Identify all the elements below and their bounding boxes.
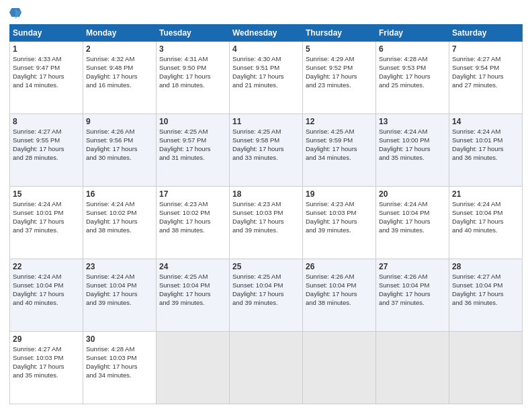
day-info-line: and 38 minutes. [306, 299, 373, 308]
col-monday: Monday [83, 25, 157, 42]
day-number: 4 [232, 44, 300, 54]
day-info-line: Sunrise: 4:23 AM [232, 200, 300, 209]
day-info-line: and 35 minutes. [379, 154, 446, 163]
day-info-line: Sunrise: 4:25 AM [159, 128, 226, 136]
day-info-line: Sunset: 9:55 PM [13, 136, 80, 145]
day-info-line: Sunset: 10:04 PM [379, 281, 446, 290]
day-info-line: Daylight: 17 hours [379, 73, 446, 81]
table-cell: 26Sunrise: 4:26 AMSunset: 10:04 PMDaylig… [303, 259, 376, 332]
calendar-header-row: Sunday Monday Tuesday Wednesday Thursday… [10, 25, 523, 42]
day-number: 18 [232, 189, 300, 199]
day-info-line: Sunrise: 4:32 AM [86, 55, 153, 64]
col-tuesday: Tuesday [157, 25, 230, 42]
day-number: 28 [452, 261, 519, 272]
day-info-line: Daylight: 17 hours [306, 145, 373, 154]
day-info-line: and 36 minutes. [452, 299, 519, 308]
day-info-line: Sunset: 9:51 PM [232, 64, 300, 73]
day-number: 5 [306, 44, 373, 54]
table-cell: 25Sunrise: 4:25 AMSunset: 10:04 PMDaylig… [230, 259, 303, 332]
day-info-line: and 33 minutes. [232, 154, 300, 163]
day-info-line: Daylight: 17 hours [13, 145, 80, 154]
day-info-line: Sunset: 10:00 PM [379, 136, 446, 145]
day-info-line: and 36 minutes. [452, 154, 519, 163]
day-info-line: Sunset: 9:59 PM [306, 136, 373, 145]
day-number: 24 [159, 261, 226, 272]
day-number: 2 [86, 44, 153, 54]
day-info-line: Sunset: 10:04 PM [452, 209, 519, 218]
table-cell: 27Sunrise: 4:26 AMSunset: 10:04 PMDaylig… [376, 259, 449, 332]
day-info-line: Daylight: 17 hours [232, 73, 300, 81]
day-number: 8 [13, 116, 80, 127]
day-info-line: and 38 minutes. [86, 226, 153, 235]
day-number: 16 [86, 189, 153, 199]
day-info-line: Sunset: 10:04 PM [13, 281, 80, 290]
day-number: 12 [306, 116, 373, 127]
day-info-line: Sunrise: 4:23 AM [159, 200, 226, 209]
day-number: 9 [86, 116, 153, 127]
day-number: 26 [306, 261, 373, 272]
col-friday: Friday [376, 25, 449, 42]
day-info-line: Daylight: 17 hours [86, 363, 153, 371]
table-cell: 22Sunrise: 4:24 AMSunset: 10:04 PMDaylig… [10, 259, 83, 332]
day-info-line: Daylight: 17 hours [306, 218, 373, 226]
day-info-line: Sunrise: 4:25 AM [232, 128, 300, 136]
day-info-line: Daylight: 17 hours [306, 290, 373, 299]
table-cell: 30Sunrise: 4:28 AMSunset: 10:03 PMDaylig… [83, 332, 157, 404]
day-info-line: Sunrise: 4:28 AM [86, 345, 153, 354]
day-info-line: Sunset: 9:53 PM [379, 64, 446, 73]
day-info-line: Sunrise: 4:24 AM [379, 200, 446, 209]
day-info-line: and 39 minutes. [306, 226, 373, 235]
day-info-line: Sunrise: 4:24 AM [13, 273, 80, 281]
day-info-line: Sunrise: 4:31 AM [159, 55, 226, 64]
table-cell: 4Sunrise: 4:30 AMSunset: 9:51 PMDaylight… [230, 42, 303, 114]
day-info-line: Sunset: 9:50 PM [159, 64, 226, 73]
day-number: 7 [452, 44, 519, 54]
day-info-line: Sunrise: 4:26 AM [306, 273, 373, 281]
day-info-line: Sunrise: 4:23 AM [306, 200, 373, 209]
day-number: 17 [159, 189, 226, 199]
day-info-line: and 37 minutes. [379, 299, 446, 308]
day-info-line: and 16 minutes. [86, 81, 153, 90]
table-cell: 18Sunrise: 4:23 AMSunset: 10:03 PMDaylig… [230, 187, 303, 259]
day-info-line: and 28 minutes. [13, 154, 80, 163]
day-info-line: Sunset: 10:03 PM [13, 354, 80, 363]
table-cell: 3Sunrise: 4:31 AMSunset: 9:50 PMDaylight… [157, 42, 230, 114]
day-info-line: Daylight: 17 hours [452, 73, 519, 81]
day-info-line: Sunrise: 4:27 AM [452, 273, 519, 281]
day-number: 30 [86, 334, 153, 345]
day-info-line: Sunset: 9:56 PM [86, 136, 153, 145]
day-info-line: Sunset: 9:52 PM [306, 64, 373, 73]
page: Sunday Monday Tuesday Wednesday Thursday… [0, 0, 532, 411]
day-number: 1 [13, 44, 80, 54]
day-number: 3 [159, 44, 226, 54]
day-info-line: Daylight: 17 hours [159, 218, 226, 226]
day-info-line: Daylight: 17 hours [452, 218, 519, 226]
day-info-line: Daylight: 17 hours [452, 145, 519, 154]
table-cell: 1Sunrise: 4:33 AMSunset: 9:47 PMDaylight… [10, 42, 83, 114]
day-info-line: Sunrise: 4:25 AM [232, 273, 300, 281]
logo-icon [9, 7, 21, 21]
col-thursday: Thursday [303, 25, 376, 42]
day-info-line: Sunset: 10:03 PM [86, 354, 153, 363]
col-saturday: Saturday [449, 25, 523, 42]
table-cell: 15Sunrise: 4:24 AMSunset: 10:01 PMDaylig… [10, 187, 83, 259]
calendar-table: Sunday Monday Tuesday Wednesday Thursday… [9, 24, 523, 404]
day-info-line: Sunrise: 4:24 AM [13, 200, 80, 209]
day-info-line: Sunset: 10:04 PM [159, 281, 226, 290]
day-info-line: Daylight: 17 hours [379, 145, 446, 154]
day-info-line: Daylight: 17 hours [86, 218, 153, 226]
header [9, 7, 523, 21]
day-info-line: Sunset: 10:04 PM [232, 281, 300, 290]
day-info-line: Sunset: 9:47 PM [13, 64, 80, 73]
day-info-line: Daylight: 17 hours [86, 73, 153, 81]
table-cell [230, 332, 303, 404]
table-cell: 12Sunrise: 4:25 AMSunset: 9:59 PMDayligh… [303, 114, 376, 187]
day-number: 19 [306, 189, 373, 199]
day-number: 10 [159, 116, 226, 127]
day-info-line: Sunrise: 4:27 AM [13, 345, 80, 354]
day-number: 20 [379, 189, 446, 199]
day-info-line: Sunset: 10:04 PM [306, 281, 373, 290]
table-cell [376, 332, 449, 404]
day-info-line: Sunset: 10:01 PM [452, 136, 519, 145]
day-number: 22 [13, 261, 80, 272]
